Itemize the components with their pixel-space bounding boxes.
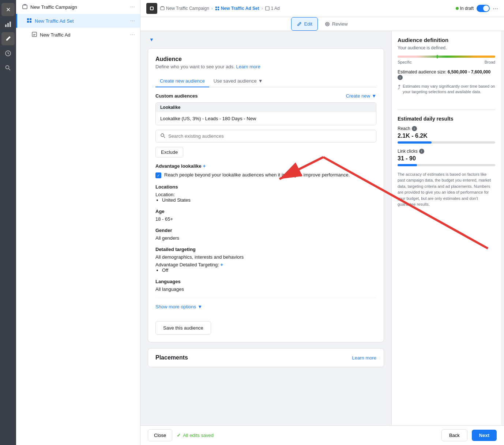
create-new-btn[interactable]: Create new ▼ <box>346 93 376 99</box>
bottom-bar: Close ✓ All edits saved Back Next <box>140 425 504 445</box>
create-new-audience-tab[interactable]: Create new audience <box>155 75 209 87</box>
svg-rect-11 <box>161 7 164 10</box>
accuracy-note: The accuracy of estimates is based on fa… <box>398 171 495 208</box>
search-icon-btn[interactable] <box>1 61 15 75</box>
svg-point-4 <box>6 66 9 69</box>
svg-rect-13 <box>218 7 219 8</box>
advantage-detailed-plus: + <box>221 262 223 267</box>
audience-card: Audience Define who you want to see your… <box>148 48 384 342</box>
review-tab[interactable]: Review <box>319 17 353 31</box>
languages-section: Languages All languages <box>155 279 376 292</box>
save-audience-btn[interactable]: Save this audience <box>155 321 211 335</box>
advantage-lookalike-section: Advantage lookalike + Reach people beyon… <box>155 163 376 178</box>
locations-value: Location: United States <box>155 192 376 203</box>
breadcrumb-campaign[interactable]: New Traffic Campaign <box>160 6 209 11</box>
show-more-top[interactable]: ▼ <box>148 37 384 42</box>
breadcrumb: New Traffic Campaign › New Traffic Ad Se… <box>160 6 280 11</box>
content-wrapper: New Traffic Campaign › New Traffic Ad Se… <box>140 0 504 445</box>
sep1: › <box>211 6 213 11</box>
chart-icon-btn[interactable] <box>1 18 15 31</box>
svg-rect-15 <box>218 9 219 10</box>
edit-icon-btn[interactable] <box>1 32 15 45</box>
advantage-detailed-title: Advantage Detailed Targeting: <box>155 262 219 267</box>
advantage-checkbox[interactable] <box>155 172 161 178</box>
campaign-label: New Traffic Campaign <box>30 4 127 10</box>
main-panel: ▼ Audience Define who you want to see yo… <box>140 31 391 425</box>
search-audiences-input[interactable] <box>168 133 372 139</box>
show-more-bottom[interactable]: Show more options ▼ <box>155 304 376 309</box>
search-box <box>155 130 376 142</box>
svg-rect-8 <box>27 21 29 23</box>
back-btn[interactable]: Back <box>441 429 467 441</box>
audience-size-text: Estimated audience size: 6,500,000 - 7,6… <box>398 69 495 80</box>
placements-learn-more[interactable]: Learn more <box>352 355 376 361</box>
svg-point-19 <box>161 134 164 137</box>
audience-tabs: Create new audience Use saved audience ▼ <box>155 75 376 87</box>
ad-label: New Traffic Ad <box>40 32 127 38</box>
clock-icon-btn[interactable] <box>1 47 15 60</box>
sidebar-item-campaign[interactable]: New Traffic Campaign ··· <box>16 0 140 14</box>
edit-tab[interactable]: Edit <box>291 17 317 31</box>
status-badge: In draft <box>456 6 474 11</box>
audience-size-info-icon[interactable]: i <box>398 75 403 80</box>
breadcrumb-adset[interactable]: New Traffic Ad Set <box>215 6 259 11</box>
estimates-chart-icon: ⤴ <box>398 84 400 91</box>
campaign-more-btn[interactable]: ··· <box>130 4 135 10</box>
lookalike-header: Lookalike <box>156 103 376 112</box>
languages-title: Languages <box>155 279 376 284</box>
svg-rect-16 <box>266 7 269 10</box>
svg-rect-14 <box>215 9 217 10</box>
advantage-checkbox-row: Reach people beyond your lookalike audie… <box>155 172 376 178</box>
custom-audiences-header: Custom audiences Create new ▼ <box>155 93 376 99</box>
content-area: ▼ Audience Define who you want to see yo… <box>140 31 504 425</box>
audience-meter-indicator <box>437 55 438 58</box>
adset-more-btn[interactable]: ··· <box>130 18 135 24</box>
advantage-detailed-value: Off <box>162 267 376 273</box>
svg-point-18 <box>327 23 328 25</box>
scrollbar[interactable] <box>501 31 504 425</box>
audience-size-value: 6,500,000 - 7,600,000 <box>448 69 490 75</box>
exclude-btn[interactable]: Exclude <box>155 147 183 157</box>
placements-card: Placements Learn more <box>148 348 384 367</box>
svg-rect-0 <box>5 24 7 27</box>
link-clicks-info-icon[interactable]: i <box>419 149 424 154</box>
daily-results-title: Estimated daily results <box>398 116 495 122</box>
close-btn[interactable]: Close <box>148 429 172 441</box>
breadcrumb-ad[interactable]: 1 Ad <box>265 6 280 11</box>
svg-rect-6 <box>27 18 29 20</box>
gender-section: Gender All genders <box>155 228 376 241</box>
svg-rect-7 <box>30 18 31 20</box>
gender-value: All genders <box>155 235 376 241</box>
reach-bar-container <box>398 141 495 144</box>
age-section: Age 18 - 65+ <box>155 209 376 222</box>
reach-info-icon[interactable]: i <box>412 126 417 131</box>
audience-def-title: Audience definition <box>398 37 495 43</box>
next-btn[interactable]: Next <box>472 430 497 441</box>
use-saved-audience-tab[interactable]: Use saved audience ▼ <box>209 75 267 87</box>
detailed-targeting-section: Detailed targeting All demographics, int… <box>155 247 376 273</box>
sidebar-item-ad[interactable]: New Traffic Ad ··· <box>16 28 140 42</box>
ad-more-btn[interactable]: ··· <box>130 31 135 38</box>
learn-more-link[interactable]: Learn more <box>236 64 260 69</box>
link-clicks-value: 31 - 90 <box>398 155 495 162</box>
lookalike-item[interactable]: Lookalike (US, 3%) - Leads - 180 Days - … <box>156 112 376 125</box>
svg-rect-9 <box>30 21 31 23</box>
adset-label: New Traffic Ad Set <box>35 18 127 24</box>
reach-label: Reach i <box>398 126 495 131</box>
sidebar-item-adset[interactable]: New Traffic Ad Set ··· <box>16 14 140 28</box>
svg-rect-5 <box>23 5 27 9</box>
audience-meter-labels: Specific Broad <box>398 60 495 64</box>
sidebar: New Traffic Campaign ··· New Traffic Ad … <box>16 0 140 445</box>
close-icon-btn[interactable]: ✕ <box>1 3 15 16</box>
ad-icon <box>32 32 37 38</box>
audience-def-section: Audience definition Your audience is def… <box>398 37 495 102</box>
right-panel: Audience definition Your audience is def… <box>391 31 501 425</box>
locations-title: Locations <box>155 184 376 190</box>
toggle-switch[interactable] <box>477 5 490 12</box>
gender-title: Gender <box>155 228 376 233</box>
more-options-btn[interactable]: ··· <box>493 5 498 12</box>
audience-subtitle: Define who you want to see your ads. Lea… <box>155 64 376 69</box>
audience-title: Audience <box>155 56 376 62</box>
estimates-note: Estimates may vary significantly over ti… <box>403 84 495 95</box>
link-clicks-bar-container <box>398 164 495 166</box>
